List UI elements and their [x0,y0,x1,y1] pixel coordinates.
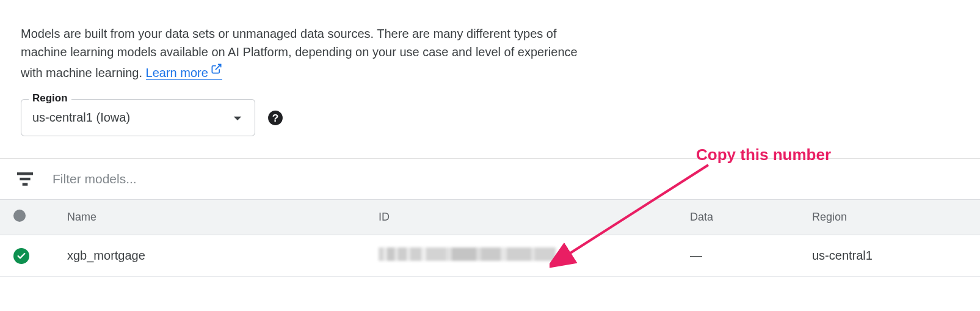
filter-icon[interactable] [17,171,33,187]
cell-id [372,235,684,277]
svg-line-0 [216,64,221,70]
col-header-status[interactable] [0,200,43,235]
cell-data: — [684,235,806,277]
models-table: Name ID Data Region xgb_mortgage — us-ce… [0,199,980,277]
learn-more-link[interactable]: Learn more [146,66,222,80]
table-row[interactable]: xgb_mortgage — us-central1 [0,235,980,277]
col-header-name[interactable]: Name [43,200,372,235]
description-text: Models are built from your data sets or … [0,0,598,99]
external-link-icon [211,61,222,79]
cell-region: us-central1 [806,235,980,277]
col-header-data[interactable]: Data [684,200,806,235]
description-body: Models are built from your data sets or … [21,27,578,79]
region-select-value: us-central1 (Iowa) [32,111,130,124]
svg-rect-4 [20,178,30,180]
region-select-label: Region [29,92,71,104]
obscured-id [379,247,556,261]
svg-text:?: ? [272,111,279,123]
cell-name: xgb_mortgage [43,235,372,277]
region-select[interactable]: Region us-central1 (Iowa) [21,99,255,136]
col-header-region[interactable]: Region [806,200,980,235]
svg-rect-3 [17,172,33,175]
status-dot-icon [13,210,26,222]
help-icon[interactable]: ? [267,110,283,126]
filter-input[interactable] [53,172,419,186]
col-header-id[interactable]: ID [372,200,684,235]
filter-bar [0,159,980,199]
status-success-icon [13,248,29,264]
chevron-down-icon [233,111,242,125]
svg-rect-5 [23,183,28,186]
